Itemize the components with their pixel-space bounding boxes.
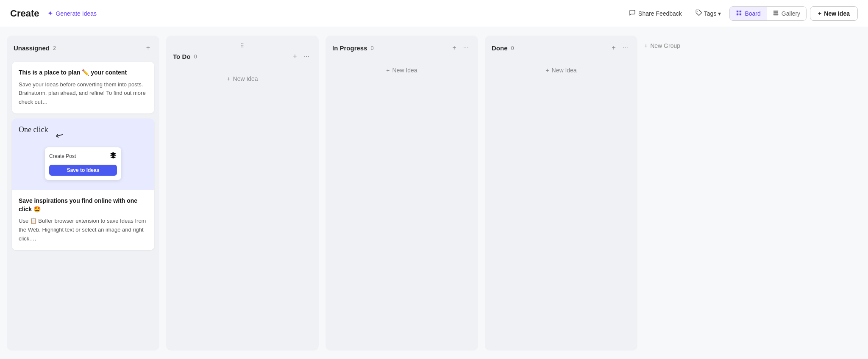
column-title-done: Done [492,44,508,52]
mini-create-post-label: Create Post [49,153,76,159]
generate-ideas-button[interactable]: ✦ Generate Ideas [44,8,100,19]
column-count-unassigned: 2 [53,45,56,51]
column-actions-todo: + ··· [290,51,312,62]
add-card-unassigned-button[interactable]: + [144,42,153,53]
new-group-label: New Group [650,42,680,49]
column-actions-in-progress: + ··· [450,42,471,53]
mini-save-to-ideas-button[interactable]: Save to Ideas [49,165,117,176]
plus-icon-done: + [545,67,549,74]
arrow-icon: ↙ [53,128,66,142]
column-title-unassigned: Unassigned [14,44,50,52]
column-unassigned: Unassigned 2 + This is a place to plan ✏… [7,36,159,351]
new-idea-header-button[interactable]: + New Idea [810,6,858,21]
column-in-progress: In Progress 0 + ··· + New Idea [326,36,478,351]
more-todo-button[interactable]: ··· [301,51,312,62]
new-idea-in-progress-label: New Idea [392,67,417,74]
tags-label: Tags [704,10,717,17]
card-save-inspiration-text: Save inspirations you find online with o… [12,190,154,250]
tag-icon [696,9,702,17]
column-header-in-progress: In Progress 0 + ··· [331,42,473,57]
column-header-todo: To Do 0 + ··· [171,51,314,65]
gallery-view-label: Gallery [782,10,800,17]
svg-rect-3 [737,13,738,15]
mini-ui-header: Create Post [49,152,117,161]
svg-rect-2 [740,10,741,12]
card-save-inspiration-title: Save inspirations you find online with o… [19,197,147,213]
svg-rect-7 [773,14,778,15]
plus-icon-todo: + [227,75,230,82]
wand-icon: ✦ [47,9,53,17]
column-todo: ⠿ To Do 0 + ··· + New Idea [166,36,319,351]
column-actions-done: + ··· [609,42,631,53]
gallery-view-button[interactable]: Gallery [767,7,806,20]
new-group-button[interactable]: + New Group [644,42,680,49]
card-plan-content-title: This is a place to plan ✏️ your content [19,69,147,77]
mini-save-btn-label: Save to Ideas [67,167,100,173]
one-click-text: One click [19,125,48,134]
add-card-done-button[interactable]: + [609,42,618,53]
view-toggle: Board Gallery [729,6,807,21]
add-card-in-progress-button[interactable]: + [450,42,459,53]
board-icon [736,10,742,17]
column-count-todo: 0 [194,53,197,60]
new-idea-done-label: New Idea [552,67,577,74]
card-illustration-area: One click ↙ Create Post Save to Ideas [12,119,154,190]
new-idea-todo-label: New Idea [233,75,258,82]
column-done: Done 0 + ··· + New Idea [485,36,637,351]
generate-ideas-label: Generate Ideas [56,10,97,17]
new-idea-done-button[interactable]: + New Idea [490,62,632,79]
header: Create ✦ Generate Ideas Share Feedback T… [0,0,868,27]
svg-rect-6 [773,12,778,14]
add-card-todo-button[interactable]: + [290,51,299,62]
one-click-row: One click ↙ [19,125,147,141]
share-feedback-button[interactable]: Share Feedback [624,7,687,20]
board: Unassigned 2 + This is a place to plan ✏… [0,27,868,359]
new-idea-todo-button[interactable]: + New Idea [171,70,314,87]
feedback-icon [629,9,636,17]
plus-icon-new-group: + [644,42,648,49]
board-view-label: Board [745,10,760,17]
page-title: Create [10,8,39,19]
mini-ui-mockup: Create Post Save to Ideas [45,147,121,180]
mini-stack-icon [109,152,117,161]
svg-rect-5 [773,10,778,11]
new-group-col: + New Group [644,36,721,351]
column-title-todo: To Do [173,53,190,60]
column-header-unassigned: Unassigned 2 + [12,42,154,57]
column-count-in-progress: 0 [371,45,374,51]
card-plan-content: This is a place to plan ✏️ your content … [12,62,154,113]
column-count-done: 0 [511,45,514,51]
more-in-progress-button[interactable]: ··· [461,42,471,53]
column-actions-unassigned: + [144,42,153,53]
card-plan-content-body: Save your Ideas before converting them i… [19,80,147,107]
plus-icon-in-progress: + [386,67,389,74]
drag-dots-todo: ⠿ [240,42,245,49]
drag-handle-todo: ⠿ [171,42,314,49]
new-idea-in-progress-button[interactable]: + New Idea [331,62,473,79]
column-title-in-progress: In Progress [332,44,367,52]
svg-rect-1 [737,10,738,12]
new-idea-header-label: New Idea [824,10,850,17]
card-save-inspiration-body: Use 📋 Buffer browser extension to save I… [19,217,147,243]
share-feedback-label: Share Feedback [638,10,682,17]
tags-button[interactable]: Tags ▾ [690,7,726,20]
header-right: Share Feedback Tags ▾ Board Gallery [624,6,858,21]
column-header-done: Done 0 + ··· [490,42,632,57]
plus-icon: + [818,10,821,17]
more-done-button[interactable]: ··· [620,42,631,53]
svg-rect-4 [740,13,741,15]
card-save-inspiration: One click ↙ Create Post Save to Ideas [12,119,154,250]
gallery-icon [773,10,779,17]
header-left: Create ✦ Generate Ideas [10,8,617,19]
board-view-button[interactable]: Board [730,7,766,20]
chevron-down-icon: ▾ [718,10,721,17]
